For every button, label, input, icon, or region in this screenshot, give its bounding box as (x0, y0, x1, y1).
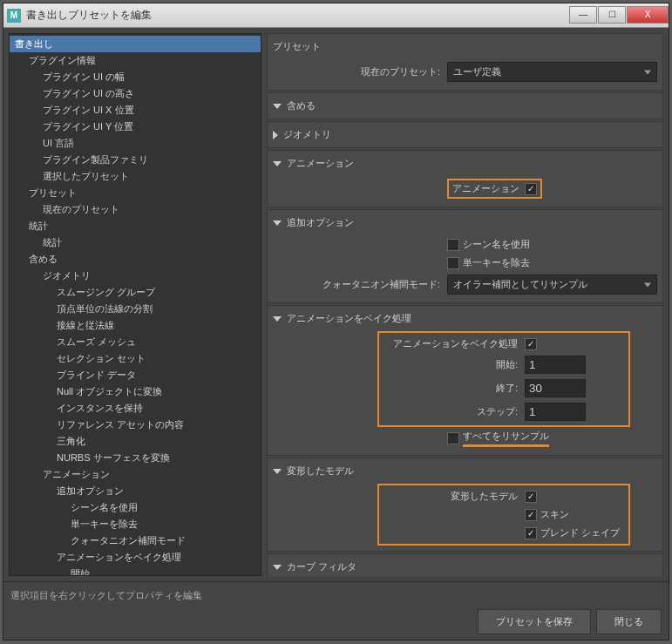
tree-item[interactable]: 含める (10, 251, 261, 268)
status-text: 選択項目を右クリックしてプロパティを編集 (10, 587, 662, 609)
single-key-label: 単一キーを除去 (463, 256, 530, 269)
quat-dropdown[interactable]: オイラー補間としてリサンプル (447, 275, 657, 295)
skin-checkbox[interactable]: ✓ (525, 509, 537, 521)
resample-label: すべてをリサンプル (463, 430, 549, 447)
window-title: 書き出しプリセットを編集 (26, 8, 568, 23)
tree-item[interactable]: 選択したプリセット (10, 168, 261, 185)
preset-title: プリセット (273, 40, 321, 53)
chevron-right-icon (273, 131, 278, 139)
include-title: 含める (287, 99, 316, 112)
tree-item[interactable]: スムージング グループ (10, 284, 261, 301)
section-preset: プリセット 現在のプリセット: ユーザ定義 (267, 33, 663, 91)
section-animation-header[interactable]: アニメーション (273, 154, 657, 173)
section-animation: アニメーション アニメーション ✓ (267, 150, 663, 207)
skin-label: スキン (540, 508, 569, 521)
deform-check-label: 変形したモデル (381, 490, 525, 503)
tree-item[interactable]: シーン名を使用 (10, 499, 261, 516)
tree-item[interactable]: セレクション セット (10, 350, 261, 367)
step-field[interactable] (525, 403, 586, 421)
tree-item[interactable]: Null オブジェクトに変換 (10, 383, 261, 400)
deform-checkbox[interactable]: ✓ (525, 491, 537, 503)
chevron-down-icon (273, 161, 282, 166)
tree-item[interactable]: リファレンス アセットの内容 (10, 417, 261, 433)
tree-item[interactable]: 追加オプション (10, 483, 261, 499)
dialog-window: M 書き出しプリセットを編集 — ☐ X 書き出しプラグイン情報プラグイン UI… (3, 3, 669, 641)
highlight-bake: アニメーションをベイク処理 ✓ 開始: 終了: (377, 331, 630, 427)
scene-name-checkbox[interactable] (447, 239, 459, 251)
end-label: 終了: (381, 382, 525, 395)
end-field[interactable] (525, 379, 586, 397)
scene-name-label: シーン名を使用 (463, 238, 530, 251)
chevron-down-icon (273, 316, 282, 322)
chevron-down-icon (273, 565, 282, 570)
section-extra-header[interactable]: 追加オプション (273, 214, 657, 232)
current-preset-label: 現在のプリセット: (273, 65, 447, 78)
tree-item[interactable]: プラグイン UI X 位置 (10, 102, 261, 119)
titlebar[interactable]: M 書き出しプリセットを編集 — ☐ X (3, 3, 669, 28)
tree-item[interactable]: ジオメトリ (10, 268, 261, 284)
tree-item[interactable]: 頂点単位の法線の分割 (10, 301, 261, 317)
close-dialog-button[interactable]: 閉じる (596, 609, 662, 634)
chevron-down-icon (273, 469, 282, 474)
blend-label: ブレンド シェイプ (540, 526, 620, 539)
tree-item[interactable]: クォータニオン補間モード (10, 532, 261, 549)
tree-item[interactable]: 統計 (10, 234, 261, 251)
app-icon: M (7, 9, 21, 23)
tree-item[interactable]: NURBS サーフェスを変換 (10, 450, 261, 466)
tree-item[interactable]: アニメーションをベイク処理 (10, 549, 261, 566)
tree-item[interactable]: 三角化 (10, 433, 261, 450)
section-bake-header[interactable]: アニメーションをベイク処理 (273, 309, 657, 328)
tree-item[interactable]: 書き出し (10, 36, 261, 52)
quat-label: クォータニオン補間モード: (273, 278, 447, 291)
tree-item[interactable]: UI 言語 (10, 135, 261, 152)
section-include-header[interactable]: 含める (273, 97, 657, 115)
tree-item[interactable]: 開始 (10, 566, 261, 576)
tree-item[interactable]: プラグイン UI の幅 (10, 69, 261, 85)
section-bake: アニメーションをベイク処理 アニメーションをベイク処理 ✓ 開始: (267, 305, 663, 456)
tree-item[interactable]: スムーズ メッシュ (10, 334, 261, 350)
footer: 選択項目を右クリックしてプロパティを編集 プリセットを保存 閉じる (3, 581, 669, 640)
tree-item[interactable]: ブラインド データ (10, 367, 261, 383)
current-preset-dropdown[interactable]: ユーザ定義 (447, 62, 657, 82)
chevron-down-icon (273, 104, 282, 109)
blend-checkbox[interactable]: ✓ (525, 527, 537, 539)
bake-check-label: アニメーションをベイク処理 (381, 337, 525, 350)
minimize-button[interactable]: — (569, 6, 597, 24)
extra-title: 追加オプション (287, 216, 354, 229)
tree-item[interactable]: プラグイン製品ファミリ (10, 152, 261, 168)
close-button[interactable]: X (627, 6, 669, 24)
tree-item[interactable]: 接線と従法線 (10, 317, 261, 334)
single-key-checkbox[interactable] (447, 257, 459, 269)
tree-item[interactable]: 単一キーを除去 (10, 516, 261, 532)
tree-item[interactable]: 現在のプリセット (10, 201, 261, 218)
maximize-button[interactable]: ☐ (598, 6, 626, 24)
bake-checkbox[interactable]: ✓ (525, 338, 537, 350)
animation-checkbox[interactable]: ✓ (525, 183, 537, 195)
geometry-title: ジオメトリ (283, 128, 331, 141)
tree-item[interactable]: インスタンスを保持 (10, 400, 261, 417)
tree-item[interactable]: アニメーション (10, 466, 261, 483)
section-geometry: ジオメトリ (267, 121, 663, 148)
step-label: ステップ: (381, 405, 525, 418)
section-curve-header[interactable]: カーブ フィルタ (273, 558, 657, 576)
tree-panel[interactable]: 書き出しプラグイン情報プラグイン UI の幅プラグイン UI の高さプラグイン … (9, 33, 261, 576)
tree-item[interactable]: プラグイン UI Y 位置 (10, 119, 261, 135)
properties-panel: プリセット 現在のプリセット: ユーザ定義 (267, 33, 663, 576)
tree-item[interactable]: プラグイン情報 (10, 52, 261, 69)
section-deform-header[interactable]: 変形したモデル (273, 462, 657, 480)
section-include: 含める (267, 92, 663, 119)
section-extra: 追加オプション シーン名を使用 単一キーを除去 (267, 209, 663, 303)
save-preset-button[interactable]: プリセットを保存 (478, 609, 591, 634)
animation-title: アニメーション (287, 157, 354, 170)
start-field[interactable] (525, 356, 586, 374)
section-geometry-header[interactable]: ジオメトリ (273, 125, 657, 144)
tree-item[interactable]: 統計 (10, 218, 261, 234)
tree-item[interactable]: プリセット (10, 185, 261, 201)
curve-title: カーブ フィルタ (287, 560, 356, 573)
resample-checkbox[interactable] (447, 432, 459, 444)
chevron-down-icon (273, 220, 282, 226)
section-curve: カーブ フィルタ カーブ フィルタ (267, 553, 663, 576)
tree-item[interactable]: プラグイン UI の高さ (10, 85, 261, 102)
section-preset-header[interactable]: プリセット (273, 37, 657, 56)
highlight-deform: 変形したモデル ✓ ✓ スキン (377, 484, 630, 546)
